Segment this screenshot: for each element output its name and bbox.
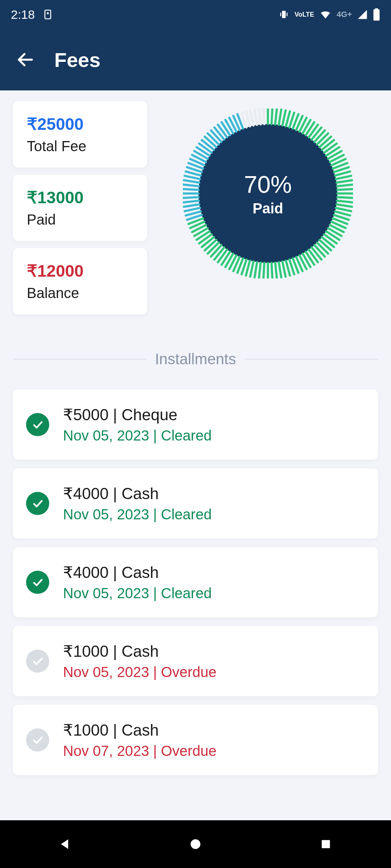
nav-back-button[interactable] [54, 833, 76, 855]
installment-sub: Nov 05, 2023 | Cleared [63, 585, 212, 601]
data-saver-icon [42, 9, 54, 20]
balance-amount: ₹12000 [27, 261, 133, 281]
svg-rect-2 [280, 13, 281, 16]
installment-sub: Nov 05, 2023 | Cleared [63, 506, 212, 523]
installment-item[interactable]: ₹4000 | Cash Nov 05, 2023 | Cleared [13, 468, 378, 539]
pending-circle-icon [26, 650, 49, 673]
page-title: Fees [54, 48, 101, 72]
nav-recents-button[interactable] [315, 833, 337, 855]
total-fee-label: Total Fee [27, 138, 133, 154]
installment-item[interactable]: ₹1000 | Cash Nov 05, 2023 | Overdue [13, 626, 378, 696]
total-fee-amount: ₹25000 [27, 114, 133, 134]
installment-sub: Nov 05, 2023 | Cleared [63, 427, 212, 444]
app-bar: Fees [0, 29, 391, 90]
installment-sub: Nov 07, 2023 | Overdue [63, 743, 216, 759]
status-time: 2:18 [11, 8, 35, 22]
total-fee-card: ₹25000 Total Fee [13, 101, 147, 167]
installment-title: ₹4000 | Cash [63, 563, 212, 582]
installment-item[interactable]: ₹5000 | Cheque Nov 05, 2023 | Cleared [13, 390, 378, 460]
balance-label: Balance [27, 285, 133, 301]
svg-rect-0 [45, 10, 51, 19]
svg-rect-4 [374, 9, 380, 21]
back-button[interactable] [14, 49, 36, 71]
check-circle-icon [26, 492, 49, 515]
status-bar: 2:18 VoLTE 4G+ [0, 0, 391, 29]
svg-rect-129 [322, 840, 330, 848]
installment-title: ₹5000 | Cheque [63, 405, 212, 424]
paid-card: ₹13000 Paid [13, 175, 147, 241]
paid-gauge: 70% Paid [183, 109, 353, 278]
signal-icon [357, 9, 368, 20]
section-divider: Installments [13, 350, 378, 368]
volte-icon: VoLTE [294, 12, 314, 17]
wifi-icon [319, 8, 332, 21]
android-nav-bar [0, 820, 391, 868]
installment-item[interactable]: ₹4000 | Cash Nov 05, 2023 | Cleared [13, 547, 378, 617]
paid-label: Paid [27, 212, 133, 228]
svg-rect-3 [287, 13, 288, 16]
battery-icon [373, 8, 380, 21]
balance-card: ₹12000 Balance [13, 248, 147, 314]
vibrate-icon [278, 9, 289, 20]
installments-list: ₹5000 | Cheque Nov 05, 2023 | Cleared ₹4… [13, 390, 378, 775]
svg-rect-5 [375, 8, 378, 10]
network-type: 4G+ [337, 10, 352, 19]
installment-title: ₹1000 | Cash [63, 642, 216, 660]
svg-rect-1 [282, 11, 286, 18]
section-label: Installments [155, 350, 236, 368]
gauge-percent: 70% [244, 171, 292, 198]
pending-circle-icon [26, 728, 49, 752]
installment-sub: Nov 05, 2023 | Overdue [63, 664, 216, 680]
installment-item[interactable]: ₹1000 | Cash Nov 07, 2023 | Overdue [13, 705, 378, 775]
installment-title: ₹4000 | Cash [63, 484, 212, 503]
check-circle-icon [26, 413, 49, 436]
nav-home-button[interactable] [185, 833, 206, 855]
gauge-label: Paid [253, 200, 283, 217]
installment-title: ₹1000 | Cash [63, 721, 216, 739]
check-circle-icon [26, 571, 49, 594]
svg-point-128 [191, 839, 201, 849]
paid-amount: ₹13000 [27, 188, 133, 207]
